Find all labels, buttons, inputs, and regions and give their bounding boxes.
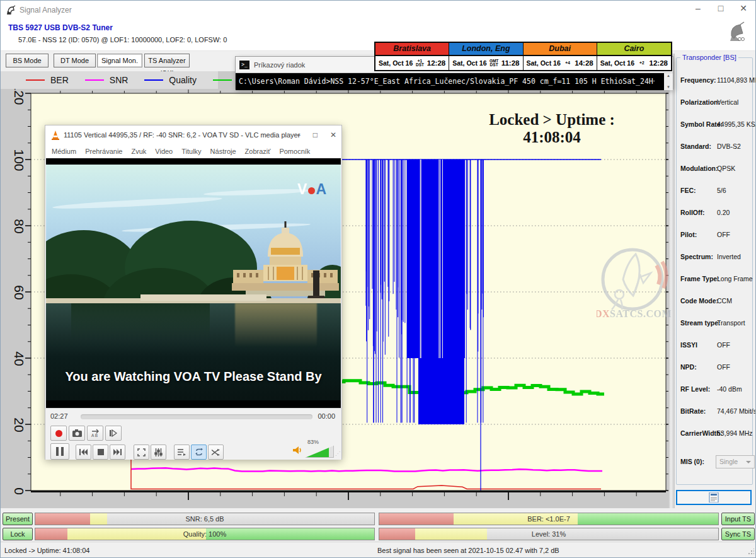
svg-text:60: 60 — [12, 285, 26, 299]
tp-value: OFF — [717, 341, 730, 349]
voa-dot-icon — [308, 187, 315, 194]
svg-text:80: 80 — [12, 219, 26, 233]
tp-label: RF Level: — [680, 385, 710, 393]
tp-value: -40 dBm — [717, 385, 742, 393]
snr-value: SNR: 6,5 dB — [35, 513, 374, 525]
vlc-window-controls: – □ ✕ — [296, 125, 336, 144]
vlc-titlebar[interactable]: 11105 Vertical 44995,35 / RF: -40 SNR: 6… — [45, 125, 341, 144]
legend-item: BER — [26, 75, 69, 85]
transponder-groupbox: Transponder [BS] Frequency:11104,893 MHz… — [676, 57, 753, 485]
vlc-window-title: 11105 Vertical 44995,35 / RF: -40 SNR: 6… — [64, 131, 300, 139]
bs-mode-button[interactable]: BS Mode — [6, 54, 49, 67]
maximize-icon[interactable]: □ — [714, 3, 728, 13]
tp-label: Frequency: — [680, 76, 716, 84]
shuffle-button[interactable] — [208, 445, 224, 460]
clock-time-dubai: Sat, Oct 16 +4 14:28 — [524, 56, 597, 70]
menu-playback[interactable]: Prehrávanie — [85, 148, 122, 155]
tp-value: QPSK — [717, 165, 735, 172]
svg-text:A B: A B — [91, 433, 98, 438]
clock-time-london: Sat, Oct 16 GMTDST 11:28 — [449, 56, 523, 70]
speaker-icon[interactable] — [292, 445, 302, 455]
legend-line-icon — [85, 79, 104, 81]
tp-value: CCM — [717, 297, 732, 305]
menu-help[interactable]: Pomocník — [279, 148, 310, 155]
tp-label: Stream type: — [680, 319, 721, 327]
vlc-minimize-icon[interactable]: – — [296, 131, 301, 139]
tp-value: Long Frame — [717, 275, 753, 282]
vlc-window[interactable]: 11105 Vertical 44995,35 / RF: -40 SNR: 6… — [45, 125, 342, 460]
level-bar: Level: 31% — [379, 528, 719, 540]
mis-dropdown[interactable]: Single — [716, 455, 755, 468]
vlc-maximize-icon[interactable]: □ — [313, 131, 318, 139]
lock-indicator: Lock — [3, 528, 33, 540]
tp-value: Transport — [717, 319, 745, 327]
vlc-resize-grip[interactable]: ⋰ — [335, 451, 340, 457]
scroll-down-icon[interactable]: ▼ — [664, 84, 673, 90]
signal-mon-button[interactable]: Signal Mon. — [97, 54, 142, 67]
tp-label: Code Mode: — [680, 297, 718, 305]
status-lock-uptime: Locked -> Uptime: 41:08:04 — [4, 547, 89, 554]
legend-line-icon — [144, 79, 163, 81]
ts-info-button[interactable] — [676, 490, 752, 505]
status-bar: Locked -> Uptime: 41:08:04 Best signal h… — [1, 542, 756, 558]
present-indicator: Present — [3, 513, 33, 525]
menu-subtitles[interactable]: Titulky — [181, 148, 201, 155]
ab-loop-button[interactable]: A B — [87, 426, 103, 441]
svg-text:0: 0 — [12, 487, 26, 495]
scroll-up-icon[interactable]: ▲ — [664, 73, 673, 79]
ts-analyzer-button[interactable]: TS Analyzer (OK) — [144, 54, 190, 67]
menu-audio[interactable]: Zvuk — [131, 148, 146, 155]
dt-mode-button[interactable]: DT Mode — [54, 54, 96, 67]
report-icon — [708, 492, 719, 503]
svg-text:20: 20 — [12, 417, 26, 432]
console-command-line: C:\Users\Roman Dávid>NSS 12-57°E_East Af… — [239, 77, 655, 86]
remaining-time: 00:00 — [318, 412, 335, 420]
mis-label: MIS (0): — [680, 458, 704, 465]
quality-value: Quality: 100% — [35, 528, 374, 540]
clock-city-london: London, Eng — [449, 43, 523, 56]
loop-button[interactable] — [191, 445, 207, 460]
record-button[interactable] — [50, 426, 67, 441]
console-body[interactable]: C:\Users\Roman Dávid>NSS 12-57°E_East Af… — [236, 73, 673, 90]
tp-label: ISSYI — [680, 341, 697, 349]
pause-button[interactable] — [50, 443, 69, 460]
signal-analyzer-window: Signal Analyzer – □ ✕ TBS 5927 USB DVB-S… — [0, 0, 756, 558]
previous-button[interactable] — [76, 445, 91, 460]
vlc-video-area[interactable]: You are Watching VOA TV Please Stand By … — [46, 158, 341, 408]
menu-medium[interactable]: Médium — [52, 148, 76, 155]
volume-percent: 83% — [307, 439, 319, 445]
close-icon[interactable]: ✕ — [736, 3, 750, 13]
menu-view[interactable]: Zobraziť — [245, 148, 271, 155]
input-ts-indicator: Input TS — [721, 513, 755, 525]
equalizer-button[interactable] — [151, 445, 166, 460]
vlc-close-icon[interactable]: ✕ — [330, 131, 336, 139]
legend-item: Quality — [144, 75, 197, 85]
vlc-cone-icon — [51, 130, 60, 140]
legend-line-icon — [26, 79, 45, 81]
seek-slider[interactable] — [81, 414, 312, 419]
capitol-reflection — [235, 303, 317, 347]
tp-value: 74,467 Mbit/s — [717, 407, 756, 415]
console-scrollbar[interactable]: ▲ ▼ — [664, 73, 673, 90]
playlist-button[interactable] — [174, 445, 190, 460]
fullscreen-button[interactable] — [134, 445, 149, 460]
menu-tools[interactable]: Nástroje — [210, 148, 236, 155]
next-button[interactable] — [110, 445, 125, 460]
video-subtitle: You are Watching VOA TV Please Stand By — [46, 369, 341, 384]
tp-label: Spectrum: — [680, 253, 713, 260]
status-best-signal: Best signal has been seen at 2021-10-15 … — [377, 547, 559, 554]
transponder-title: Transponder [BS] — [680, 54, 738, 61]
menu-video[interactable]: Video — [155, 148, 173, 155]
snapshot-button[interactable] — [69, 426, 85, 441]
tuner-name: TBS 5927 USB DVB-S2 Tuner — [8, 23, 113, 32]
minimize-icon[interactable]: – — [691, 3, 705, 13]
frame-step-button[interactable] — [105, 426, 122, 441]
resize-grip[interactable] — [748, 549, 754, 555]
clock-time-cairo: Sat, Oct 16 +2 12:28 — [597, 56, 671, 70]
clock-time-bratislava: Sat, Oct 16 +1DST 12:28 — [375, 56, 449, 70]
volume-slider[interactable] — [305, 445, 334, 458]
tp-value: Vertical — [717, 98, 738, 106]
ber-bar: BER: <1.0E-7 — [379, 513, 719, 525]
stop-button[interactable] — [93, 445, 108, 460]
tp-label: Frame Type: — [680, 275, 719, 282]
